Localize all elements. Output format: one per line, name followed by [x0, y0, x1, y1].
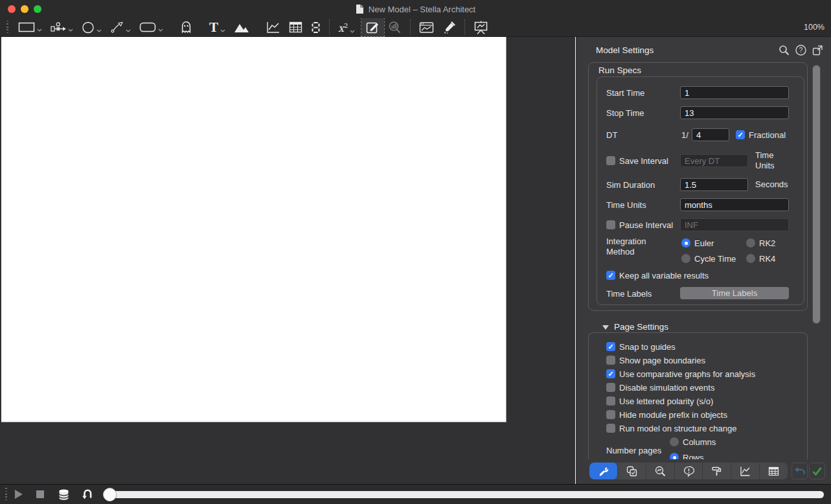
zoom-level[interactable]: 100% — [804, 23, 825, 32]
save-interval-input[interactable] — [680, 154, 748, 167]
disable-simulation-events-checkbox[interactable] — [606, 383, 615, 392]
connector-icon — [110, 21, 124, 34]
stop-time-input[interactable] — [680, 106, 789, 119]
show-page-boundaries-checkbox[interactable] — [606, 356, 615, 365]
time-slider-track[interactable] — [104, 491, 824, 498]
euler-radio[interactable] — [681, 238, 690, 247]
data-manager-icon[interactable] — [58, 488, 69, 501]
panel-divider[interactable] — [575, 37, 576, 484]
save-interval-label: Save Interval — [619, 156, 668, 166]
flow-tool-button[interactable] — [51, 21, 73, 33]
rk4-radio[interactable] — [746, 254, 755, 263]
time-labels-button[interactable]: Time Labels — [680, 287, 789, 299]
page-settings-disclosure-icon[interactable] — [602, 325, 609, 330]
image-icon — [234, 22, 249, 33]
layers-check-icon — [626, 466, 637, 477]
ghost-tool-button[interactable] — [180, 21, 192, 34]
rk2-radio[interactable] — [746, 238, 755, 247]
run-toolbar-drag-handle[interactable] — [5, 488, 7, 501]
edit-pencil-icon — [366, 21, 380, 34]
chevron-down-icon — [220, 29, 225, 32]
zoom-window-button[interactable] — [34, 5, 41, 13]
numeric-display-tool-button[interactable] — [311, 21, 321, 34]
analyze-mode-button[interactable] — [388, 21, 402, 34]
page-settings-title[interactable]: Page Settings — [614, 322, 668, 332]
start-time-label: Start Time — [606, 88, 644, 98]
fractional-checkbox[interactable] — [736, 130, 745, 139]
pause-interval-label: Pause Interval — [619, 220, 673, 230]
graph-tool-button[interactable] — [266, 21, 280, 34]
hide-module-prefix-checkbox[interactable] — [606, 410, 615, 419]
stop-time-label: Stop Time — [606, 108, 644, 118]
paint-roller-icon — [711, 466, 722, 477]
run-button[interactable] — [15, 490, 23, 499]
run-specs-title: Run Specs — [598, 65, 641, 75]
keep-all-results-checkbox[interactable] — [606, 271, 615, 280]
wrench-icon — [598, 466, 608, 476]
popout-icon[interactable] — [812, 45, 823, 56]
cycle-time-radio[interactable] — [681, 254, 690, 263]
line-chart-icon — [740, 466, 751, 477]
presentation-tool-button[interactable] — [473, 21, 488, 34]
number-pages-columns-radio[interactable] — [670, 437, 679, 446]
pause-interval-checkbox[interactable] — [606, 220, 615, 229]
tab-style[interactable] — [703, 463, 731, 479]
minimize-window-button[interactable] — [21, 5, 28, 13]
number-pages-columns-label: Columns — [683, 437, 716, 447]
alert-bubble-icon — [683, 466, 694, 477]
table-icon — [289, 21, 302, 33]
tab-behavior[interactable] — [618, 463, 646, 479]
apply-button[interactable] — [809, 463, 825, 479]
show-page-boundaries-label: Show page boundaries — [619, 356, 705, 365]
run-on-structure-change-label: Run model on structure change — [619, 424, 736, 433]
chevron-down-icon — [37, 29, 42, 32]
comparative-graphs-checkbox[interactable] — [606, 369, 615, 378]
sim-duration-input[interactable] — [680, 178, 748, 191]
pause-interval-input[interactable] — [680, 218, 789, 231]
restore-previous-run-icon[interactable] — [81, 488, 94, 501]
connector-tool-button[interactable] — [110, 21, 131, 34]
help-icon[interactable]: ? — [795, 45, 806, 56]
analyze-magnifier-icon — [388, 21, 402, 34]
tab-events[interactable] — [675, 463, 703, 479]
presentation-icon — [473, 21, 488, 34]
module-tool-button[interactable] — [139, 21, 163, 33]
graphics-frame-tool-button[interactable] — [234, 22, 249, 33]
number-pages-label: Number pages — [606, 446, 661, 455]
converter-tool-button[interactable] — [82, 21, 102, 34]
close-window-button[interactable] — [8, 5, 16, 13]
edit-mode-button[interactable] — [361, 18, 384, 36]
keep-all-results-label: Keep all variable results — [619, 271, 709, 281]
undo-icon — [794, 466, 805, 476]
equation-tool-button[interactable]: x2 — [338, 20, 355, 34]
main-area: Model Settings ? Run Specs Start Time — [0, 37, 831, 484]
save-interval-checkbox[interactable] — [606, 156, 615, 165]
lettered-polarity-checkbox[interactable] — [606, 396, 615, 406]
paint-tool-button[interactable] — [442, 21, 456, 34]
time-units-input[interactable] — [680, 198, 789, 211]
tab-analyze[interactable] — [646, 463, 675, 479]
tab-model-settings[interactable] — [589, 463, 618, 479]
dashboard-icon — [419, 21, 434, 34]
build-toolbar: T — [0, 18, 831, 37]
revert-button[interactable] — [791, 463, 808, 479]
fractional-label: Fractional — [749, 130, 786, 140]
disable-simulation-events-label: Disable simulation events — [619, 383, 714, 393]
time-slider-thumb[interactable] — [103, 488, 117, 501]
snap-to-guides-checkbox[interactable] — [606, 342, 615, 351]
table-tool-button[interactable] — [289, 21, 302, 33]
model-canvas[interactable] — [1, 37, 507, 422]
dt-input[interactable] — [692, 128, 729, 141]
stop-button[interactable] — [36, 490, 44, 498]
start-time-input[interactable] — [680, 86, 789, 99]
tab-graph[interactable] — [731, 463, 760, 479]
run-on-structure-change-checkbox[interactable] — [606, 424, 615, 433]
text-tool-button[interactable]: T — [209, 21, 225, 34]
tab-table[interactable] — [760, 463, 788, 479]
dashboard-tool-button[interactable] — [419, 21, 434, 34]
lettered-polarity-label: Use lettered polarity (s/o) — [619, 396, 713, 406]
toolbar-drag-handle[interactable] — [6, 21, 8, 34]
panel-scrollbar[interactable] — [812, 65, 821, 324]
stock-tool-button[interactable] — [18, 21, 42, 33]
search-icon[interactable] — [779, 45, 790, 56]
